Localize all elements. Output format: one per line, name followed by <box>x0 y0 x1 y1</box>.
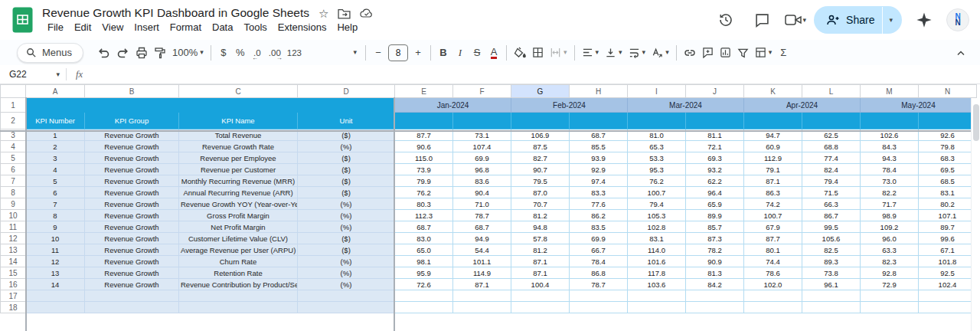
cell[interactable] <box>686 302 744 313</box>
cell-value[interactable]: 87.7 <box>744 233 802 244</box>
row-header[interactable]: 6 <box>1 164 26 175</box>
cell-kpi-group[interactable]: Revenue Growth <box>85 141 179 152</box>
cell-kpi-number[interactable]: 5 <box>26 175 85 187</box>
cell-value[interactable]: 69.5 <box>919 164 977 175</box>
cell-value[interactable]: 109.2 <box>861 221 919 233</box>
cell-value[interactable]: 114.9 <box>453 267 511 279</box>
cell-value[interactable]: 97.4 <box>570 175 628 187</box>
cell-value[interactable]: 82.4 <box>802 164 861 175</box>
cell-value[interactable]: 72.1 <box>686 141 744 152</box>
cell-kpi-unit[interactable]: (%) <box>298 256 395 267</box>
month-header[interactable]: Apr-2024 <box>744 98 861 113</box>
cell[interactable] <box>570 290 628 302</box>
version-history-icon[interactable] <box>711 8 740 31</box>
cell-value[interactable]: 94.8 <box>511 221 570 233</box>
cell-kpi-unit[interactable]: ($) <box>298 164 395 175</box>
row-header[interactable]: 16 <box>1 279 26 290</box>
cell-value[interactable]: 84.3 <box>861 141 919 152</box>
cell[interactable] <box>298 290 395 302</box>
cell-value[interactable]: 81.3 <box>686 267 744 279</box>
cell-value[interactable]: 99.6 <box>919 233 977 244</box>
cell-kpi-name[interactable]: Churn Rate <box>179 256 298 267</box>
cell-value[interactable]: 112.3 <box>395 210 453 221</box>
decrease-decimal-button[interactable]: .0← <box>249 44 266 62</box>
cell-kpi-number[interactable]: 3 <box>26 152 85 164</box>
kpi-column-header[interactable]: Unit <box>298 113 395 129</box>
frozen-rows-divider[interactable] <box>0 130 976 132</box>
gemini-sparkle-icon[interactable] <box>910 8 939 31</box>
cell[interactable] <box>298 302 395 313</box>
borders-button[interactable] <box>529 44 547 62</box>
cell-value[interactable]: 90.9 <box>686 256 744 267</box>
cell[interactable] <box>395 302 453 313</box>
cell-value[interactable]: 78.4 <box>861 164 919 175</box>
cell[interactable] <box>802 302 861 313</box>
cell-value[interactable]: 81.2 <box>511 210 570 221</box>
cell-kpi-name[interactable]: Revenue Growth YOY (Year-over-Year) <box>179 198 298 210</box>
cell-value[interactable]: 102.8 <box>628 221 686 233</box>
cell-value[interactable]: 115.0 <box>395 152 453 164</box>
formula-input[interactable] <box>92 65 980 84</box>
cell[interactable] <box>628 290 686 302</box>
cell[interactable] <box>179 290 298 302</box>
cell-value[interactable]: 99.5 <box>802 221 861 233</box>
increase-decimal-button[interactable]: .00→ <box>266 44 284 62</box>
cell-value[interactable]: 80.2 <box>919 198 977 210</box>
cell-value[interactable]: 100.7 <box>628 187 686 198</box>
cell-kpi-group[interactable]: Revenue Growth <box>85 198 179 210</box>
cell[interactable] <box>26 290 85 302</box>
cell[interactable] <box>85 302 179 313</box>
insert-chart-button[interactable] <box>717 44 734 62</box>
cell-kpi-group[interactable]: Revenue Growth <box>85 152 179 164</box>
cell-value[interactable]: 73.9 <box>395 164 453 175</box>
font-family-select[interactable]: ▾ <box>305 44 361 62</box>
cell-kpi-number[interactable]: 6 <box>26 187 85 198</box>
cell-value[interactable]: 80.3 <box>395 198 453 210</box>
menu-data[interactable]: Data <box>207 21 238 34</box>
cell-value[interactable]: 87.1 <box>453 279 511 290</box>
cell-kpi-number[interactable]: 2 <box>26 141 85 152</box>
menu-edit[interactable]: Edit <box>69 21 96 34</box>
month-header[interactable]: Feb-2024 <box>511 98 628 113</box>
kpi-column-header[interactable]: KPI Name <box>179 113 298 129</box>
format-percent-button[interactable]: % <box>232 44 249 62</box>
menu-file[interactable]: File <box>42 21 69 34</box>
functions-button[interactable]: Σ <box>775 44 792 62</box>
cell-kpi-name[interactable]: Customer Lifetime Value (CLV) <box>179 233 298 244</box>
cell-kpi-name[interactable]: Gross Profit Margin <box>179 210 298 221</box>
month-header[interactable]: Jan-2024 <box>395 98 511 113</box>
cell-value[interactable]: 102.4 <box>919 279 977 290</box>
cell-value[interactable]: 68.7 <box>395 221 453 233</box>
cell-value[interactable]: 70.7 <box>511 198 570 210</box>
cell-value[interactable]: 74.4 <box>744 256 802 267</box>
cell-kpi-number[interactable]: 9 <box>26 221 85 233</box>
cell[interactable] <box>686 113 744 129</box>
cell-kpi-name[interactable]: Net Profit Margin <box>179 221 298 233</box>
cell-value[interactable]: 87.5 <box>511 141 570 152</box>
row-header[interactable]: 13 <box>1 244 26 256</box>
cell-value[interactable]: 105.3 <box>628 210 686 221</box>
share-button[interactable]: Share ▾ <box>814 6 902 34</box>
insert-comment-button[interactable] <box>699 44 717 62</box>
column-header-B[interactable]: B <box>85 85 179 98</box>
select-all-corner[interactable] <box>1 85 26 98</box>
cell-kpi-unit[interactable]: (%) <box>298 221 395 233</box>
cell-kpi-name[interactable]: Average Revenue per User (ARPU) <box>179 244 298 256</box>
paint-format-button[interactable] <box>151 44 169 62</box>
cell[interactable] <box>511 290 570 302</box>
cell[interactable] <box>511 113 570 129</box>
cell[interactable] <box>453 113 511 129</box>
row-header[interactable]: 17 <box>1 290 26 302</box>
cell[interactable] <box>453 302 511 313</box>
cell-value[interactable]: 79.9 <box>395 175 453 187</box>
cell-value[interactable]: 66.3 <box>802 198 861 210</box>
account-avatar[interactable]: N N <box>946 8 969 31</box>
cell-value[interactable]: 68.3 <box>919 152 977 164</box>
text-color-button[interactable]: A <box>485 44 502 62</box>
italic-button[interactable]: I <box>452 44 469 62</box>
share-dropdown[interactable]: ▾ <box>883 6 902 34</box>
cell-value[interactable]: 98.9 <box>861 210 919 221</box>
text-rotation-button[interactable]: ▾ <box>648 44 672 62</box>
cell-kpi-unit[interactable]: (%) <box>298 279 395 290</box>
search-menus-button[interactable]: Menus <box>17 43 83 63</box>
